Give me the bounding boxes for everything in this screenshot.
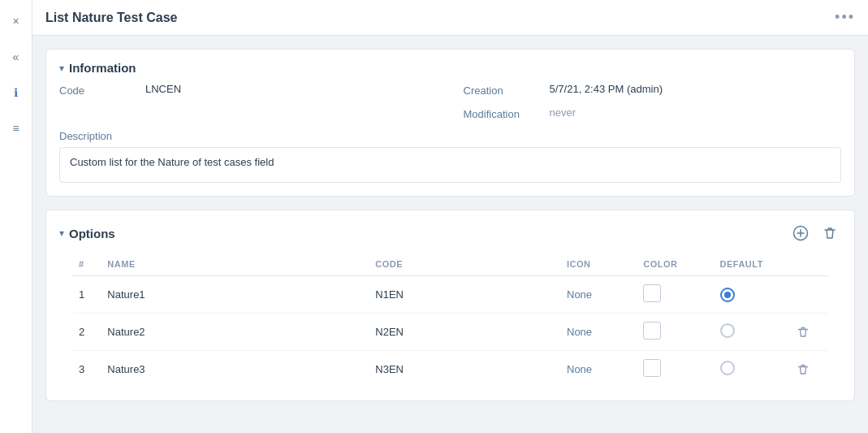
back-icon[interactable]: « (5, 45, 28, 68)
row-icon: None (560, 351, 637, 388)
col-header-default: DEFAULT (714, 253, 790, 276)
code-field: Code LNCEN (59, 83, 438, 97)
options-table: # NAME CODE ICON COLOR DEFAULT 1 Nature1 (72, 253, 828, 388)
creation-label: Creation (464, 83, 537, 97)
row-default[interactable] (714, 351, 790, 388)
col-header-action (790, 253, 828, 276)
table-row: 1 Nature1 N1EN None (72, 276, 828, 314)
info-row-2: Modification never (59, 106, 841, 120)
row-number: 1 (72, 276, 101, 314)
table-row: 2 Nature2 N2EN None (72, 314, 828, 351)
options-table-wrap: # NAME CODE ICON COLOR DEFAULT 1 Nature1 (46, 253, 854, 401)
color-swatch[interactable] (643, 284, 661, 302)
creation-field: Creation 5/7/21, 2:43 PM (admin) (464, 83, 842, 97)
sidebar: × « ℹ ≡ (0, 0, 32, 433)
row-action (790, 314, 828, 351)
delete-row-button[interactable] (797, 326, 810, 339)
options-table-head: # NAME CODE ICON COLOR DEFAULT (72, 253, 828, 276)
modification-label: Modification (464, 106, 537, 120)
options-header-actions (789, 222, 841, 245)
empty-col (59, 106, 438, 120)
information-section: ▾ Information Code LNCEN Creation 5/7/21… (45, 49, 855, 197)
page-title: List Nature Test Case (45, 11, 177, 25)
information-section-header[interactable]: ▾ Information (46, 50, 854, 83)
plus-circle-icon (792, 225, 809, 241)
options-chevron-icon[interactable]: ▾ (59, 227, 64, 239)
col-header-color: COLOR (637, 253, 713, 276)
row-number: 2 (72, 314, 101, 351)
col-header-code: CODE (369, 253, 560, 276)
description-field: Description Custom list for the Nature o… (59, 130, 841, 183)
table-row: 3 Nature3 N3EN None (72, 351, 828, 388)
row-action (790, 351, 828, 388)
row-default[interactable] (714, 314, 790, 351)
row-icon: None (560, 314, 637, 351)
col-header-hash: # (72, 253, 101, 276)
color-swatch[interactable] (643, 359, 661, 377)
more-options-icon[interactable]: ••• (835, 9, 855, 26)
options-table-body: 1 Nature1 N1EN None 2 Nature2 N2EN None (72, 276, 828, 388)
content-area: ▾ Information Code LNCEN Creation 5/7/21… (32, 36, 868, 433)
default-radio[interactable] (720, 323, 735, 338)
col-header-name: NAME (101, 253, 369, 276)
row-color[interactable] (637, 276, 713, 314)
row-color[interactable] (637, 314, 713, 351)
modification-field: Modification never (464, 106, 842, 120)
topbar: List Nature Test Case ••• (32, 0, 868, 36)
default-radio[interactable] (720, 361, 735, 375)
main-content: List Nature Test Case ••• ▾ Information … (32, 0, 868, 433)
information-section-title: Information (69, 61, 136, 75)
delete-options-button[interactable] (818, 222, 841, 245)
row-name: Nature1 (101, 276, 369, 314)
row-color[interactable] (637, 351, 713, 388)
description-value[interactable]: Custom list for the Nature of test cases… (59, 147, 841, 183)
row-icon: None (560, 276, 637, 314)
information-section-body: Code LNCEN Creation 5/7/21, 2:43 PM (adm… (46, 83, 854, 196)
row-name: Nature3 (101, 351, 369, 388)
delete-row-button[interactable] (797, 363, 810, 376)
row-code: N3EN (369, 351, 560, 388)
options-table-header-row: # NAME CODE ICON COLOR DEFAULT (72, 253, 828, 276)
topbar-left: List Nature Test Case (45, 11, 177, 25)
modification-value: never (550, 106, 577, 119)
row-name: Nature2 (101, 314, 369, 351)
code-value: LNCEN (145, 83, 181, 95)
col-header-icon: ICON (560, 253, 637, 276)
row-action (790, 276, 828, 314)
creation-value: 5/7/21, 2:43 PM (admin) (550, 83, 663, 95)
close-icon[interactable]: × (5, 10, 28, 32)
code-label: Code (59, 83, 132, 97)
color-swatch[interactable] (643, 322, 661, 340)
default-radio[interactable] (720, 288, 735, 302)
row-default[interactable] (714, 276, 790, 314)
description-label: Description (59, 130, 841, 142)
info-row-1: Code LNCEN Creation 5/7/21, 2:43 PM (adm… (59, 83, 841, 97)
add-option-button[interactable] (789, 222, 812, 245)
row-code: N2EN (369, 314, 560, 351)
options-section-header: ▾ Options (46, 210, 854, 253)
row-number: 3 (72, 351, 101, 388)
row-code: N1EN (369, 276, 560, 314)
options-section: ▾ Options (45, 210, 855, 401)
list-icon[interactable]: ≡ (5, 117, 28, 140)
options-header-left: ▾ Options (59, 227, 115, 240)
trash-icon (823, 226, 837, 240)
options-section-title: Options (69, 227, 115, 240)
information-chevron-icon: ▾ (59, 63, 64, 74)
info-icon[interactable]: ℹ (5, 81, 28, 104)
